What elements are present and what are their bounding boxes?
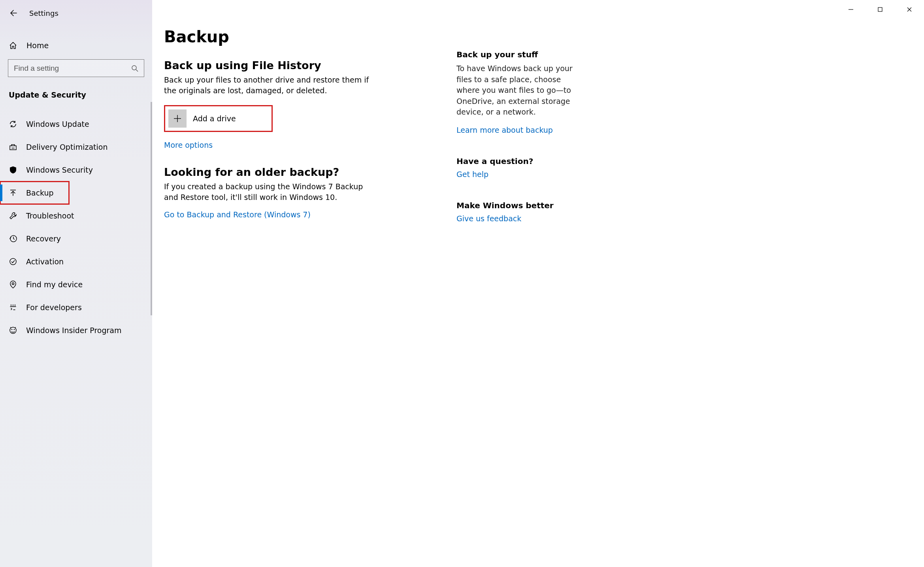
- sidebar-item-label: Windows Security: [26, 166, 93, 174]
- search-box[interactable]: [8, 59, 144, 77]
- section-file-history-desc: Back up your files to another drive and …: [164, 75, 377, 96]
- sidebar-item-label: Windows Update: [26, 120, 89, 128]
- wrench-icon: [9, 211, 17, 220]
- svg-point-9: [10, 258, 16, 265]
- window-title: Settings: [29, 9, 58, 17]
- plus-icon: [173, 114, 182, 123]
- sidebar-item-backup[interactable]: Backup: [0, 181, 69, 204]
- svg-rect-1: [878, 8, 882, 11]
- get-help-link[interactable]: Get help: [456, 170, 583, 179]
- sidebar-item-windows-update[interactable]: Windows Update: [0, 113, 152, 136]
- rail-question-title: Have a question?: [456, 156, 583, 166]
- shield-icon: [9, 166, 17, 174]
- section-older-backup-desc: If you created a backup using the Window…: [164, 181, 377, 202]
- backup-icon: [9, 188, 17, 197]
- svg-point-4: [132, 66, 136, 70]
- history-icon: [9, 234, 17, 243]
- main-content: Backup Back up using File History Back u…: [152, 0, 924, 567]
- sidebar-item-activation[interactable]: Activation: [0, 250, 152, 273]
- right-rail: Back up your stuff To have Windows back …: [456, 28, 583, 567]
- sidebar-item-label: Delivery Optimization: [26, 143, 107, 151]
- rail-backup-desc: To have Windows back up your files to a …: [456, 63, 583, 118]
- give-feedback-link[interactable]: Give us feedback: [456, 214, 583, 223]
- developers-icon: [9, 303, 17, 312]
- search-icon: [131, 65, 138, 72]
- add-drive-button[interactable]: [168, 109, 187, 128]
- rail-backup-title: Back up your stuff: [456, 50, 583, 59]
- sidebar-category: Update & Security: [0, 84, 152, 104]
- search-input[interactable]: [14, 64, 120, 73]
- svg-line-5: [136, 70, 138, 72]
- back-button[interactable]: [8, 8, 18, 18]
- page-title: Backup: [164, 28, 417, 46]
- sidebar-item-for-developers[interactable]: For developers: [0, 296, 152, 319]
- sidebar-item-find-my-device[interactable]: Find my device: [0, 273, 152, 296]
- close-button[interactable]: [895, 0, 924, 19]
- sidebar-item-troubleshoot[interactable]: Troubleshoot: [0, 204, 152, 227]
- insider-icon: [9, 326, 17, 335]
- svg-rect-6: [10, 146, 16, 150]
- maximize-button[interactable]: [866, 0, 895, 19]
- sidebar-item-label: Backup: [26, 188, 54, 197]
- sidebar-item-windows-security[interactable]: Windows Security: [0, 158, 152, 181]
- section-older-backup-title: Looking for an older backup?: [164, 166, 417, 178]
- sidebar-item-delivery-optimization[interactable]: Delivery Optimization: [0, 136, 152, 158]
- sidebar-item-label: Windows Insider Program: [26, 326, 121, 335]
- location-icon: [9, 280, 17, 289]
- check-circle-icon: [9, 257, 17, 266]
- sidebar-item-label: Troubleshoot: [26, 211, 74, 220]
- svg-point-10: [12, 283, 14, 285]
- svg-point-13: [14, 329, 15, 330]
- svg-point-12: [11, 329, 13, 330]
- section-file-history-title: Back up using File History: [164, 59, 417, 72]
- sidebar-item-label: Recovery: [26, 234, 61, 243]
- learn-more-backup-link[interactable]: Learn more about backup: [456, 126, 583, 134]
- backup-restore-win7-link[interactable]: Go to Backup and Restore (Windows 7): [164, 210, 311, 219]
- minimize-button[interactable]: [836, 0, 866, 19]
- sidebar-home-label: Home: [26, 41, 49, 50]
- sidebar-item-windows-insider[interactable]: Windows Insider Program: [0, 319, 152, 342]
- more-options-link[interactable]: More options: [164, 141, 213, 149]
- sidebar-home[interactable]: Home: [0, 34, 152, 57]
- sidebar-item-recovery[interactable]: Recovery: [0, 227, 152, 250]
- delivery-icon: [9, 143, 17, 151]
- rail-feedback-title: Make Windows better: [456, 201, 583, 210]
- sync-icon: [9, 120, 17, 128]
- sidebar-item-label: For developers: [26, 303, 82, 312]
- sidebar: Settings Home Update & Security Windows …: [0, 0, 152, 567]
- sidebar-item-label: Find my device: [26, 280, 83, 289]
- add-drive-label: Add a drive: [193, 114, 236, 123]
- home-icon: [9, 41, 17, 50]
- add-drive-highlight: Add a drive: [164, 105, 273, 132]
- sidebar-scrollbar[interactable]: [151, 102, 152, 315]
- sidebar-item-label: Activation: [26, 257, 64, 266]
